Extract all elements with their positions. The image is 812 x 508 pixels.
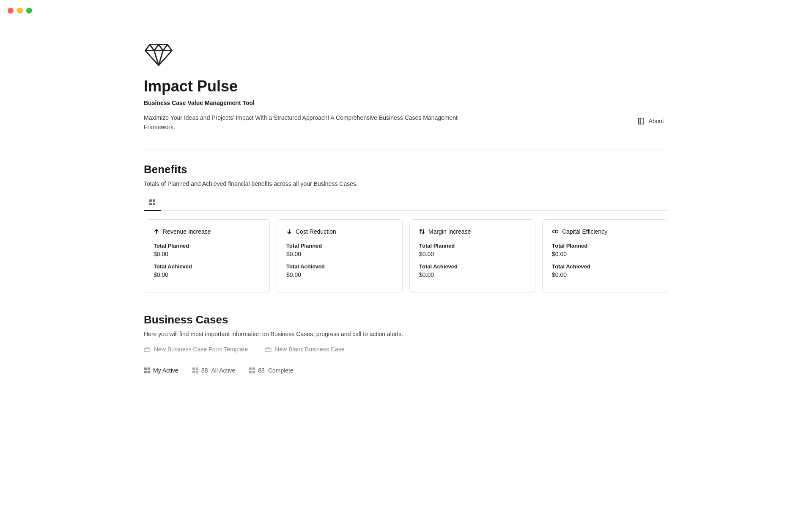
capital-planned-value: $0.00 — [552, 251, 658, 257]
business-cases-actions: New Business Case From Template New Blan… — [144, 346, 668, 353]
svg-rect-18 — [192, 371, 195, 373]
svg-rect-22 — [249, 371, 252, 373]
filter-my-active-label: My Active — [153, 367, 178, 374]
margin-achieved-value: $0.00 — [419, 271, 526, 278]
svg-rect-12 — [144, 367, 147, 370]
new-from-template-label: New Business Case From Template — [154, 346, 248, 353]
margin-planned-label: Total Planned — [419, 243, 526, 249]
svg-rect-4 — [149, 199, 152, 202]
traffic-light-red[interactable] — [8, 8, 14, 14]
revenue-achieved-value: $0.00 — [154, 271, 260, 278]
capital-planned-label: Total Planned — [552, 243, 658, 249]
benefit-card-revenue: Revenue Increase Total Planned $0.00 Tot… — [144, 219, 270, 293]
filter-tabs: My Active 88All Active 88Compl — [144, 364, 668, 376]
svg-rect-14 — [144, 371, 147, 373]
cost-card-title: Cost Reduction — [296, 228, 336, 235]
svg-marker-0 — [145, 45, 172, 66]
grid-icon — [149, 199, 156, 206]
svg-rect-15 — [148, 371, 150, 373]
filter-grid-icon-3 — [249, 367, 255, 374]
cost-achieved-label: Total Achieved — [286, 263, 393, 270]
app-subtitle: Business Case Value Management Tool — [144, 99, 668, 106]
traffic-light-yellow[interactable] — [17, 8, 23, 14]
benefits-title: Benefits — [144, 163, 668, 176]
briefcase-icon-template — [144, 346, 151, 352]
benefits-description: Totals of Planned and Achieved financial… — [144, 180, 668, 187]
capital-achieved-value: $0.00 — [552, 271, 658, 278]
svg-rect-10 — [144, 348, 150, 352]
section-divider-1 — [144, 149, 668, 149]
header-section: Impact Pulse Business Case Value Managem… — [144, 42, 668, 132]
margin-achieved-label: Total Achieved — [419, 263, 526, 270]
svg-rect-17 — [196, 367, 198, 370]
margin-card-title: Margin Increase — [428, 228, 471, 235]
benefits-tab-grid[interactable] — [144, 196, 161, 211]
filter-complete-count: 88 — [258, 367, 265, 374]
arrow-down-icon — [286, 229, 292, 235]
traffic-light-green[interactable] — [26, 8, 32, 14]
business-cases-description: Here you will find most important inform… — [144, 331, 668, 337]
about-button[interactable]: About — [633, 115, 668, 127]
cost-planned-value: $0.00 — [286, 251, 393, 257]
capital-card-title: Capital Efficiency — [562, 228, 607, 235]
svg-rect-19 — [196, 371, 198, 373]
svg-rect-3 — [639, 118, 640, 124]
filter-all-active-label: All Active — [211, 367, 235, 374]
revenue-achieved-label: Total Achieved — [154, 263, 260, 270]
new-blank-label: New Blank Business Case — [275, 346, 344, 353]
capital-achieved-label: Total Achieved — [552, 263, 658, 270]
filter-tab-all-active[interactable]: 88All Active — [192, 364, 242, 376]
traffic-lights — [8, 8, 32, 14]
new-blank-button[interactable]: New Blank Business Case — [265, 346, 344, 353]
svg-rect-5 — [153, 199, 155, 202]
filter-complete-label: Complete — [268, 367, 294, 374]
benefits-tab-bar — [144, 196, 668, 211]
about-label: About — [648, 118, 664, 124]
filter-grid-icon-1 — [144, 367, 151, 374]
benefit-card-header-cost: Cost Reduction — [286, 228, 393, 235]
benefit-card-capital: Capital Efficiency Total Planned $0.00 T… — [542, 219, 668, 293]
cost-achieved-value: $0.00 — [286, 271, 393, 278]
svg-rect-16 — [192, 367, 195, 370]
arrow-up-icon — [154, 229, 159, 235]
app-title: Impact Pulse — [144, 77, 668, 95]
margin-planned-value: $0.00 — [419, 251, 526, 257]
benefits-section: Benefits Totals of Planned and Achieved … — [144, 163, 668, 293]
new-from-template-button[interactable]: New Business Case From Template — [144, 346, 248, 353]
svg-rect-13 — [148, 367, 150, 370]
cost-planned-label: Total Planned — [286, 243, 393, 249]
svg-rect-7 — [153, 203, 155, 205]
benefits-grid: Revenue Increase Total Planned $0.00 Tot… — [144, 219, 668, 293]
header-body-row: Maximize Your Ideas and Projects' Impact… — [144, 113, 668, 132]
filter-all-active-count: 88 — [201, 367, 208, 374]
arrows-updown-icon — [419, 229, 425, 235]
benefit-card-header-revenue: Revenue Increase — [154, 228, 260, 235]
filter-grid-icon-2 — [192, 367, 199, 374]
revenue-planned-label: Total Planned — [154, 243, 260, 249]
svg-rect-6 — [149, 203, 152, 205]
benefit-card-header-margin: Margin Increase — [419, 228, 526, 235]
business-cases-section: Business Cases Here you will find most i… — [144, 313, 668, 376]
about-icon — [637, 117, 645, 125]
filter-tab-my-active[interactable]: My Active — [144, 364, 185, 376]
svg-rect-23 — [252, 371, 255, 373]
filter-tab-complete[interactable]: 88Complete — [249, 364, 300, 376]
svg-rect-11 — [265, 348, 271, 352]
app-description: Maximize Your Ideas and Projects' Impact… — [144, 113, 465, 132]
revenue-card-title: Revenue Increase — [163, 228, 211, 235]
capital-icon — [552, 229, 559, 235]
benefit-card-margin: Margin Increase Total Planned $0.00 Tota… — [409, 219, 535, 293]
benefit-card-header-capital: Capital Efficiency — [552, 228, 658, 235]
benefit-card-cost: Cost Reduction Total Planned $0.00 Total… — [277, 219, 403, 293]
revenue-planned-value: $0.00 — [154, 251, 260, 257]
diamond-icon — [144, 42, 173, 68]
briefcase-icon-blank — [265, 346, 272, 352]
svg-rect-21 — [252, 367, 255, 370]
business-cases-title: Business Cases — [144, 313, 668, 326]
svg-rect-20 — [249, 367, 252, 370]
main-content: Impact Pulse Business Case Value Managem… — [110, 0, 702, 431]
